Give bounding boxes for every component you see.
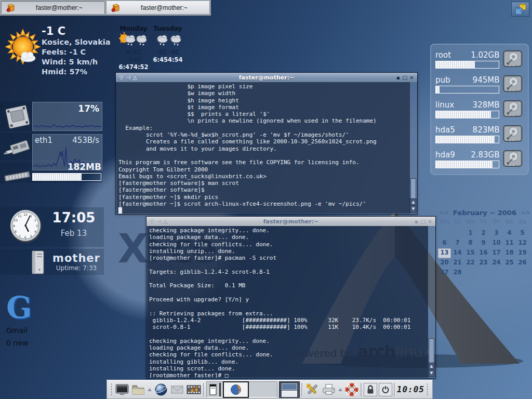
calendar-date-cell[interactable]: 28 [451,268,464,278]
window-stick-icon[interactable]: ⊣ [125,75,131,81]
file-manager-launcher[interactable] [131,383,145,396]
terminal-content[interactable]: checking package integrity... done. load… [147,226,428,378]
window-shade-icon[interactable]: △ [131,75,138,81]
disk-usage-bar [435,86,499,94]
forecast-temps: -2C -9C [152,49,184,56]
task-button-terminal2[interactable]: faster@mother:~ [106,1,210,15]
calendar-date-cell[interactable]: 22 [464,258,477,268]
svg-text:11: 11 [18,214,22,218]
calendar-date-cell[interactable]: 11 [503,238,516,248]
disk-usage-fill [436,86,440,93]
calendar-date-cell[interactable]: 8 [464,238,477,248]
scroll-down-button[interactable]: ▼ [410,205,417,213]
disk-panel-rows: root1.02GB pub945MB linux328MB hda5823MB [435,48,524,168]
scrollbar[interactable]: ▲ ▼ [428,226,435,378]
calendar-date-cell[interactable]: 10 [490,238,503,248]
calendar-next-button[interactable]: >> [521,209,530,216]
workspace-switcher[interactable] [279,381,300,398]
maximize-button[interactable]: □ [420,219,427,224]
window-menu-icon[interactable]: ▽ [149,219,155,224]
calendar-date-cell[interactable]: 12 [516,238,529,248]
scrollbar[interactable]: ▲ ▼ [409,82,417,214]
film-music-icon [186,383,202,396]
help-launcher[interactable] [344,382,359,397]
launcher-popup-arrow[interactable] [147,388,152,392]
web-browser-launcher[interactable] [154,382,168,397]
calendar-date-cell[interactable]: 19 [516,248,529,258]
calendar-date-cell[interactable]: 2 [477,229,490,238]
network-rate: 453B/s [72,136,99,145]
calendar-header: << February ~ 2006 >> [438,209,531,217]
panel-separator [361,383,362,396]
calendar-date-cell[interactable]: 4 [503,229,516,238]
power-button[interactable] [379,383,392,396]
calendar-date-cell[interactable]: 20 [438,258,451,268]
task-button-terminal1[interactable]: faster@mother:~ [1,1,105,15]
weather-temp: -1 C [42,25,111,37]
minimize-button[interactable]: ▪ [395,75,402,81]
forecast-sunrise-sunset: 6:454:54 [152,56,184,63]
media-launcher[interactable] [186,383,202,396]
calendar-date-cell[interactable]: 15 [464,248,477,258]
calendar-date-cell[interactable]: 24 [490,258,503,268]
disk-usage-bar [435,136,499,143]
launcher-popup-arrow[interactable] [338,388,343,392]
calendar-today-cell[interactable]: 13 [438,248,451,258]
calendar-date-cell[interactable]: 25 [503,258,516,268]
scrollbar-thumb[interactable] [429,338,434,363]
calendar-date-cell[interactable]: 14 [451,248,464,258]
panel-clock[interactable]: 10:05 [397,384,424,394]
iconbox-divider [219,383,221,396]
forecast-day-label: Monday [117,25,150,32]
gmail-logo-icon: G [6,290,32,325]
scroll-down-button[interactable]: ▼ [428,369,435,377]
calendar-date-cell[interactable]: 23 [477,258,490,268]
calendar-date-cell[interactable]: 6 [438,238,451,248]
disk-row: root1.02GB [435,48,524,69]
calendar-date-cell[interactable]: 16 [477,248,490,258]
terminal-content[interactable]: $p image pixel size $w image width $h im… [116,82,410,214]
calendar-date-cell[interactable]: 7 [451,238,464,248]
calendar-date-cell[interactable]: 9 [477,238,490,248]
workspace-2[interactable] [282,391,297,397]
lock-screen-button[interactable] [364,383,377,396]
terminal-launcher[interactable] [115,383,129,396]
print-launcher[interactable] [322,383,336,396]
mail-launcher[interactable] [170,384,184,395]
network-interface: eth1 [35,136,52,145]
close-button[interactable]: ✕ [427,219,433,224]
window-stick-icon[interactable]: ⊣ [155,219,162,224]
terminal-icon [115,383,129,396]
close-button[interactable]: ✕ [408,75,415,81]
window-titlebar[interactable]: ▽ ⊣ △ faster@mother:~ ▪ □ ✕ [116,73,417,82]
workspace-1-active[interactable] [282,383,297,390]
computer-tower-icon [28,250,47,275]
calendar-date-cell[interactable]: 18 [503,248,516,258]
calendar-date-cell [490,268,503,278]
window-list-icon[interactable] [209,384,217,395]
puzzle-tray-icon[interactable] [514,4,527,15]
calendar-date-cell[interactable]: 5 [516,229,529,238]
scrollbar-thumb[interactable] [410,178,416,199]
panel-grip[interactable] [110,383,113,396]
window-shade-icon[interactable]: △ [162,219,169,224]
disk-name: linux [435,100,454,110]
bottom-panel: 10:05 [107,380,433,399]
terminal-window-pacman: ▽ ⊣ △ faster@mother:~ ▪ □ ✕ checking pac… [146,216,436,379]
calendar-prev-button[interactable]: << [439,209,448,216]
disk-usage-fill [436,111,491,118]
calendar-date-cell[interactable]: 17 [490,248,503,258]
window-titlebar[interactable]: ▽ ⊣ △ faster@mother:~ ▪ □ ✕ [147,217,435,226]
settings-launcher[interactable] [304,382,320,397]
package-icon [111,3,120,12]
calendar-date-cell[interactable]: 3 [490,229,503,238]
panel-grip[interactable] [426,383,429,396]
maximize-button[interactable]: □ [402,75,408,81]
minimize-button[interactable]: ▪ [413,219,420,224]
window-menu-icon[interactable]: ▽ [118,75,125,81]
firefox-window-icon[interactable] [223,381,249,398]
calendar-date-cell[interactable]: 27 [438,268,451,278]
calendar-date-cell[interactable]: 1 [464,229,477,238]
calendar-date-cell[interactable]: 21 [451,258,464,268]
calendar-date-cell[interactable]: 26 [516,258,529,268]
